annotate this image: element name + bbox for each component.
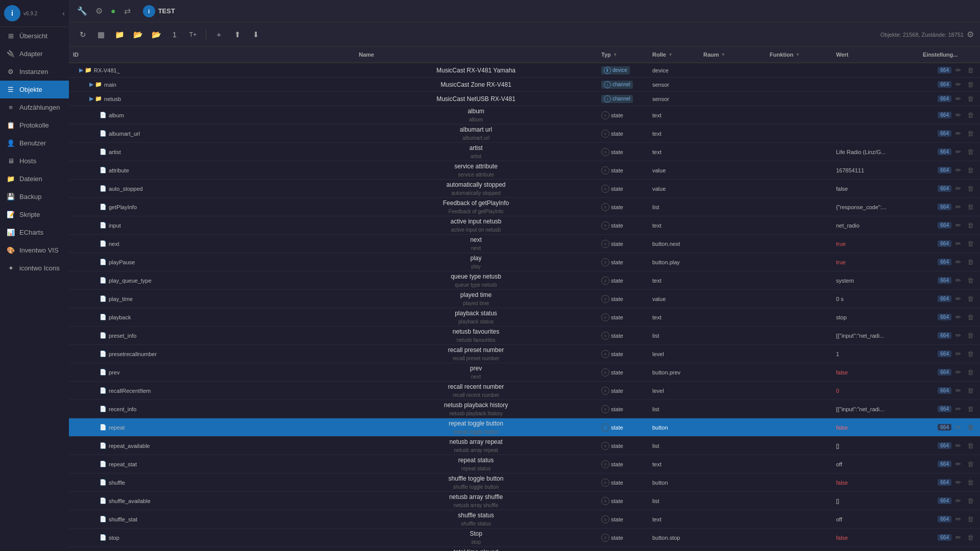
delete-button[interactable]: 🗑 [965,422,976,432]
edit-button[interactable]: ✏ [953,276,963,285]
sidebar-item-icontwo-icons[interactable]: ✦ icontwo Icons [0,259,69,277]
download-button[interactable]: ⬇ [248,27,263,42]
table-row[interactable]: 📄 recallRecentItem recall recent number … [69,382,980,400]
delete-button[interactable]: 🗑 [965,349,976,359]
delete-button[interactable]: 🗑 [965,147,976,157]
edit-button[interactable]: ✏ [953,459,963,469]
edit-button[interactable]: ✏ [953,165,963,175]
delete-button[interactable]: 🗑 [965,367,976,377]
edit-button[interactable]: ✏ [953,349,963,359]
table-row[interactable]: 📄 play_time played time played time ○ st… [69,290,980,308]
sidebar-item-protokolle[interactable]: 📋 Protokolle [0,116,69,134]
edit-button[interactable]: ✏ [953,110,963,120]
sidebar-item-objekte[interactable]: ☰ Objekte [0,81,69,98]
delete-button[interactable]: 🗑 [965,533,976,542]
table-row[interactable]: 📄 play_queue_type queue type netusb queu… [69,271,980,290]
sidebar-item-aufzaehlungen[interactable]: ≡ Aufzählungen [0,98,69,116]
table-row[interactable]: 📄 repeat_available netusb array repeat n… [69,437,980,455]
table-row[interactable]: 📄 stop Stop stop ○ state button.stop fal… [69,529,980,547]
sidebar-item-hosts[interactable]: 🖥 Hosts [0,152,69,170]
sidebar-item-dateien[interactable]: 📁 Dateien [0,170,69,188]
delete-button[interactable]: 🗑 [965,202,976,212]
edit-button[interactable]: ✏ [953,312,963,322]
delete-button[interactable]: 🗑 [965,441,976,450]
edit-button[interactable]: ✏ [953,514,963,524]
table-row[interactable]: 📄 presetrecallnumber recall preset numbe… [69,345,980,363]
th-wert[interactable]: Wert [832,52,919,58]
th-raum[interactable]: Raum ▼ [699,52,766,58]
table-row[interactable]: 📄 repeat_stat repeat status repeat statu… [69,455,980,473]
edit-button[interactable]: ✏ [953,220,963,230]
delete-button[interactable]: 🗑 [965,331,976,340]
table-row[interactable]: 📄 playback playback status playback stat… [69,308,980,327]
number-button[interactable]: 1 [167,27,182,42]
delete-button[interactable]: 🗑 [965,478,976,487]
table-row[interactable]: 📄 auto_stopped automatically stopped aut… [69,180,980,198]
edit-button[interactable]: ✏ [953,441,963,450]
topbar-tools-icon[interactable]: 🔧 [77,6,87,16]
edit-button[interactable]: ✏ [953,202,963,212]
delete-button[interactable]: 🗑 [965,496,976,506]
edit-button[interactable]: ✏ [953,422,963,432]
edit-button[interactable]: ✏ [953,129,963,138]
delete-button[interactable]: 🗑 [965,404,976,414]
delete-button[interactable]: 🗑 [965,110,976,120]
sidebar-item-instanzen[interactable]: ⚙ Instanzen [0,63,69,81]
table-row[interactable]: 📄 prev prev next ○ state button.prev fal… [69,363,980,382]
table-row[interactable]: 📄 total_time total time played total tim… [69,547,980,551]
sidebar-item-inventwo-vis[interactable]: 🎨 Inventwo VIS [0,241,69,259]
sidebar-item-skripte[interactable]: 📝 Skripte [0,206,69,223]
edit-button[interactable]: ✏ [953,80,963,89]
edit-button[interactable]: ✏ [953,331,963,340]
table-row[interactable]: 📄 getPlayInfo Feedback of getPlayInfo Fe… [69,198,980,216]
sidebar-item-echarts[interactable]: 📊 ECharts [0,223,69,241]
toolbar-settings-icon[interactable]: ⚙ [967,30,974,39]
table-row[interactable]: 📄 artist artist artist ○ state text Life… [69,143,980,161]
topbar-settings-icon[interactable]: ⚙ [95,6,103,16]
table-row[interactable]: 📄 shuffle shuffle toggle button shuffle … [69,473,980,492]
sidebar-item-benutzer[interactable]: 👤 Benutzer [0,134,69,152]
delete-button[interactable]: 🗑 [965,459,976,469]
edit-button[interactable]: ✏ [953,386,963,395]
text-button[interactable]: T+ [185,27,201,42]
table-row[interactable]: ▶ 📁 main MusicCast Zone RX-V481 ↕ channe… [69,78,980,92]
sidebar-item-backup[interactable]: 💾 Backup [0,188,69,206]
table-row[interactable]: 📄 recent_info netusb playback history ne… [69,400,980,418]
table-row[interactable]: 📄 attribute service attribute service at… [69,161,980,180]
delete-button[interactable]: 🗑 [965,514,976,524]
delete-button[interactable]: 🗑 [965,220,976,230]
delete-button[interactable]: 🗑 [965,184,976,193]
edit-button[interactable]: ✏ [953,257,963,267]
sidebar-item-uebersicht[interactable]: ⊞ Übersicht [0,27,69,45]
table-row[interactable]: 📄 album album album ○ state text 664 ✏ 🗑 [69,106,980,124]
table-row[interactable]: ▶ 📁 netusb MusicCast NetUSB RX-V481 ↕ ch… [69,92,980,106]
table-row[interactable]: 📄 next next next ○ state button.next tru… [69,235,980,253]
edit-button[interactable]: ✏ [953,147,963,157]
delete-button[interactable]: 🗑 [965,129,976,138]
upload-button[interactable]: ⬆ [230,27,245,42]
folder-open-button[interactable]: 📂 [130,27,145,42]
view-grid-button[interactable]: ▦ [93,27,109,42]
table-row[interactable]: 📄 playPause play play ○ state button.pla… [69,253,980,271]
delete-button[interactable]: 🗑 [965,257,976,267]
topbar-sync-icon[interactable]: ⇄ [124,6,131,16]
delete-button[interactable]: 🗑 [965,65,976,75]
delete-button[interactable]: 🗑 [965,276,976,285]
table-row[interactable]: 📄 preset_info netusb favourites netusb f… [69,327,980,345]
add-button[interactable]: + [211,27,227,42]
table-row[interactable]: 📄 input active input netusb active input… [69,216,980,235]
folder-button[interactable]: 📁 [112,27,127,42]
edit-button[interactable]: ✏ [953,496,963,506]
th-typ[interactable]: Typ ▼ [597,52,648,58]
table-row[interactable]: 📄 shuffle_stat shuffle status shuffle st… [69,510,980,529]
th-id[interactable]: ID [69,52,355,58]
delete-button[interactable]: 🗑 [965,165,976,175]
sidebar-item-adapter[interactable]: 🔌 Adapter [0,45,69,63]
sidebar-collapse-button[interactable]: ‹ [62,9,65,17]
th-rolle[interactable]: Rolle ▼ [648,52,699,58]
folder-blue-button[interactable]: 📂 [149,27,164,42]
edit-button[interactable]: ✏ [953,65,963,75]
topbar-active-icon[interactable]: ● [111,7,116,16]
table-row[interactable]: 📄 shuffle_available netusb array shuffle… [69,492,980,510]
edit-button[interactable]: ✏ [953,478,963,487]
